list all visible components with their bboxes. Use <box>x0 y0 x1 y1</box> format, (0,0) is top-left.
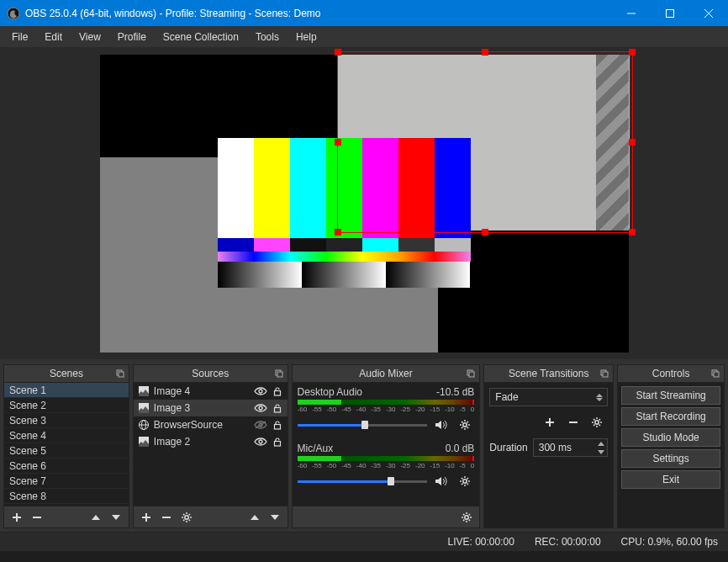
transition-selected: Fade <box>495 391 518 403</box>
menu-file[interactable]: File <box>3 28 36 46</box>
status-cpu: CPU: 0.9%, 60.00 fps <box>621 536 718 548</box>
source-item[interactable]: Image 3 <box>134 400 288 416</box>
svg-point-13 <box>259 390 262 393</box>
channel-name: Mic/Aux <box>298 443 334 454</box>
source-move-down-button[interactable] <box>266 508 284 527</box>
minimize-button[interactable] <box>612 0 651 26</box>
lock-toggle[interactable] <box>271 386 284 396</box>
undock-icon[interactable] <box>114 368 126 379</box>
undock-icon[interactable] <box>710 368 721 379</box>
scenes-panel-header[interactable]: Scenes <box>4 365 129 383</box>
menu-edit[interactable]: Edit <box>36 28 71 46</box>
source-properties-button[interactable] <box>177 508 196 527</box>
lock-toggle[interactable] <box>271 420 284 430</box>
scene-item[interactable]: Scene 2 <box>4 398 129 413</box>
undock-icon[interactable] <box>599 368 610 379</box>
scene-move-down-button[interactable] <box>107 508 125 527</box>
svg-point-35 <box>465 515 468 518</box>
menu-scene-collection[interactable]: Scene Collection <box>155 28 247 46</box>
visibility-toggle[interactable] <box>254 437 267 447</box>
source-region-stripes[interactable] <box>596 55 629 231</box>
visibility-toggle[interactable] <box>254 386 267 396</box>
source-name: Image 2 <box>154 436 251 448</box>
close-button[interactable] <box>689 0 728 26</box>
scene-item[interactable]: Scene 6 <box>4 459 129 474</box>
visibility-toggle[interactable] <box>254 420 267 430</box>
source-item[interactable]: BrowserSource <box>134 416 288 433</box>
undock-icon[interactable] <box>465 368 477 379</box>
status-rec: REC: 00:00:00 <box>535 536 601 548</box>
globe-icon <box>137 418 150 432</box>
add-source-button[interactable] <box>137 508 156 527</box>
controls-panel: Controls Start Streaming Start Recording… <box>617 364 725 528</box>
maximize-button[interactable] <box>651 0 689 26</box>
source-name: BrowserSource <box>154 419 251 431</box>
svg-rect-32 <box>469 372 474 377</box>
source-region-testpattern[interactable] <box>218 138 471 288</box>
add-scene-button[interactable] <box>8 508 26 527</box>
channel-level: 0.0 dB <box>446 443 475 454</box>
svg-rect-23 <box>274 425 280 430</box>
scene-item[interactable]: Scene 8 <box>4 489 129 504</box>
settings-button[interactable]: Settings <box>621 449 720 468</box>
statusbar: LIVE: 00:00:00 REC: 00:00:00 CPU: 0.9%, … <box>0 532 728 551</box>
mixer-channel: Desktop Audio-10.5 dB-60-55-50-45-40-35-… <box>293 383 480 439</box>
svg-rect-17 <box>274 408 280 413</box>
menu-view[interactable]: View <box>71 28 109 46</box>
scene-item[interactable]: Scene 1 <box>4 383 129 398</box>
transition-select[interactable]: Fade <box>489 388 608 406</box>
menu-profile[interactable]: Profile <box>109 28 155 46</box>
volume-slider[interactable] <box>298 476 428 486</box>
spin-down-icon[interactable] <box>595 448 607 456</box>
remove-scene-button[interactable] <box>28 508 46 527</box>
transitions-panel-header[interactable]: Scene Transitions <box>484 365 613 383</box>
spin-up-icon[interactable] <box>595 439 607 448</box>
channel-settings-button[interactable] <box>456 472 474 490</box>
scene-move-up-button[interactable] <box>87 508 105 527</box>
lock-toggle[interactable] <box>271 403 284 413</box>
transitions-panel-title: Scene Transitions <box>509 368 588 379</box>
scene-item[interactable]: Scene 4 <box>4 428 129 443</box>
preview-area <box>0 48 728 359</box>
source-item[interactable]: Image 2 <box>134 433 288 450</box>
start-recording-button[interactable]: Start Recording <box>621 407 720 426</box>
controls-panel-header[interactable]: Controls <box>618 365 724 383</box>
svg-rect-2 <box>667 9 674 17</box>
transitions-panel: Scene Transitions Fade Duration 300 ms <box>483 364 614 528</box>
transition-properties-button[interactable] <box>588 413 606 432</box>
svg-point-34 <box>463 480 467 483</box>
mixer-settings-button[interactable] <box>457 508 476 527</box>
scene-item[interactable]: Scene 7 <box>4 474 129 489</box>
transition-duration-input[interactable]: 300 ms <box>533 438 608 457</box>
lock-toggle[interactable] <box>271 437 284 447</box>
selection-handle-tr[interactable] <box>629 49 636 56</box>
source-move-up-button[interactable] <box>245 508 264 527</box>
studio-mode-button[interactable]: Studio Mode <box>621 428 720 447</box>
menubar: File Edit View Profile Scene Collection … <box>0 26 728 48</box>
selection-handle-mr[interactable] <box>629 139 636 146</box>
menu-help[interactable]: Help <box>288 28 325 46</box>
selection-handle-br[interactable] <box>629 229 636 236</box>
undock-icon[interactable] <box>273 368 285 379</box>
preview-canvas[interactable] <box>100 55 629 353</box>
speaker-icon[interactable] <box>432 416 451 434</box>
scene-item[interactable]: Scene 3 <box>4 413 129 428</box>
volume-slider[interactable] <box>298 420 428 430</box>
scenes-list[interactable]: Scene 1Scene 2Scene 3Scene 4Scene 5Scene… <box>4 383 129 506</box>
remove-source-button[interactable] <box>157 508 176 527</box>
scene-item[interactable]: Scene 5 <box>4 443 129 459</box>
exit-button[interactable]: Exit <box>621 470 720 489</box>
sources-list[interactable]: Image 4Image 3BrowserSourceImage 2 <box>134 383 288 506</box>
add-transition-button[interactable] <box>541 413 559 432</box>
mixer-panel-header[interactable]: Audio Mixer <box>293 365 480 383</box>
visibility-toggle[interactable] <box>254 403 267 413</box>
menu-tools[interactable]: Tools <box>247 28 288 46</box>
speaker-icon[interactable] <box>432 472 451 490</box>
channel-settings-button[interactable] <box>456 416 474 434</box>
source-name: Image 3 <box>154 402 251 414</box>
start-streaming-button[interactable]: Start Streaming <box>621 386 720 405</box>
source-item[interactable]: Image 4 <box>134 383 288 400</box>
sources-panel-header[interactable]: Sources <box>134 365 288 383</box>
remove-transition-button[interactable] <box>564 413 583 432</box>
svg-point-16 <box>259 406 262 410</box>
